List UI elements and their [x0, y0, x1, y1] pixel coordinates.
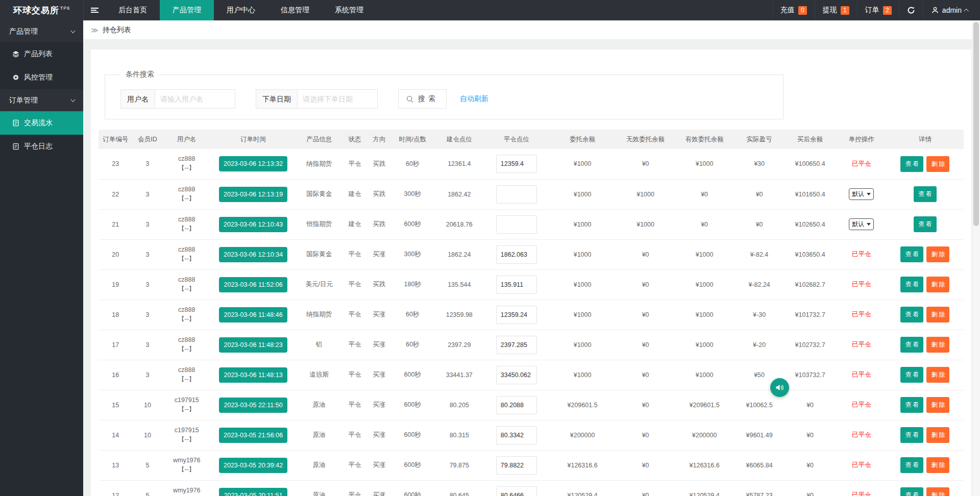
sidebar-toggle-icon[interactable] [83, 0, 106, 20]
view-button[interactable]: 查看 [900, 246, 923, 262]
control-select[interactable]: 默认 [849, 218, 874, 230]
sidebar-item-trade-flow[interactable]: 交易流水 [0, 111, 83, 135]
view-button[interactable]: 查看 [900, 487, 923, 496]
order-time-button[interactable]: 2023-03-05 20:39:42 [219, 458, 287, 473]
close-point-input[interactable] [496, 306, 537, 324]
close-point-input[interactable] [496, 486, 537, 496]
control-select[interactable]: 默认 [849, 188, 874, 200]
order-time-button[interactable]: 2023-03-05 22:11:50 [219, 398, 287, 413]
order-time-button[interactable]: 2023-03-06 12:13:19 [219, 187, 287, 202]
order-time-button[interactable]: 2023-03-05 21:56:06 [219, 428, 287, 443]
order-time-button[interactable]: 2023-03-06 11:48:13 [219, 367, 287, 383]
order-time-button[interactable]: 2023-03-06 11:48:23 [219, 337, 287, 353]
order-id: 12 [99, 480, 132, 496]
delete-button[interactable]: 删除 [926, 397, 949, 413]
column-header: 产品信息 [296, 130, 342, 149]
product-name: 国际黄金 [296, 239, 342, 269]
invalid-entrust-balance: ¥1000 [617, 179, 674, 209]
delete-button[interactable]: 删除 [926, 487, 949, 496]
actual-profit: ¥0 [735, 179, 784, 209]
view-button[interactable]: 查看 [900, 307, 923, 323]
entrust-balance: ¥1000 [548, 239, 617, 269]
view-button[interactable]: 查看 [914, 186, 937, 202]
view-button[interactable]: 查看 [914, 216, 937, 232]
scrollbar-thumb[interactable] [973, 22, 979, 226]
delete-button[interactable]: 删除 [926, 457, 949, 473]
sidebar-item-close-log[interactable]: 平仓日志 [0, 135, 83, 158]
close-point-input[interactable] [496, 155, 537, 173]
table-row: 18 3 cz888【--】 2023-03-06 11:48:46 纳指期货 … [99, 300, 964, 330]
close-point-input[interactable] [496, 276, 537, 294]
auto-refresh-link[interactable]: 自动刷新 [460, 94, 488, 104]
delete-button[interactable]: 删除 [926, 427, 949, 443]
invalid-entrust-balance: ¥1000 [617, 209, 674, 239]
view-button[interactable]: 查看 [900, 156, 923, 172]
refresh-icon[interactable] [899, 0, 923, 20]
close-point-input[interactable] [496, 215, 537, 234]
duration-label: 600秒 [391, 480, 433, 496]
view-button[interactable]: 查看 [900, 367, 923, 383]
open-point: 33441.37 [433, 360, 485, 390]
view-button[interactable]: 查看 [900, 397, 923, 413]
order-id: 16 [99, 360, 132, 390]
view-button[interactable]: 查看 [900, 427, 923, 443]
invalid-entrust-balance: ¥0 [617, 300, 674, 330]
nav-item-home[interactable]: 后台首页 [106, 0, 160, 20]
view-button[interactable]: 查看 [900, 277, 923, 292]
close-point-input[interactable] [496, 245, 537, 264]
close-point-input[interactable] [496, 456, 537, 475]
table-row: 21 3 cz888【--】 2023-03-06 12:10:43 恒指期货 … [99, 209, 964, 239]
quick-orders[interactable]: 订单 2 [857, 0, 899, 20]
nav-item-user-center[interactable]: 用户中心 [214, 0, 268, 20]
sidebar-group-1[interactable]: 订单管理 [0, 89, 83, 111]
order-time-button[interactable]: 2023-03-06 12:10:43 [219, 217, 287, 232]
order-time-button[interactable]: 2023-03-06 11:48:46 [219, 307, 287, 323]
entrust-balance: ¥1000 [548, 209, 617, 239]
member-id: 3 [132, 239, 162, 269]
product-name: 铝 [296, 330, 342, 360]
column-header: 实际盈亏 [735, 130, 784, 149]
search-button[interactable]: 搜索 [398, 89, 447, 109]
close-point-input[interactable] [496, 366, 537, 384]
order-time-button[interactable]: 2023-03-05 20:11:51 [219, 488, 287, 496]
order-time-button[interactable]: 2023-03-06 11:52:06 [219, 277, 287, 292]
product-name: 国际黄金 [296, 179, 342, 209]
valid-entrust-balance: ¥200000 [674, 420, 735, 450]
nav-item-product[interactable]: 产品管理 [160, 0, 214, 20]
delete-button[interactable]: 删除 [926, 337, 949, 353]
delete-button[interactable]: 删除 [926, 277, 949, 292]
valid-entrust-balance: ¥1000 [674, 300, 735, 330]
close-point-input[interactable] [496, 426, 537, 444]
floating-audio-button[interactable] [770, 378, 789, 397]
close-point-input[interactable] [496, 336, 537, 354]
sidebar-group-0[interactable]: 产品管理 [0, 20, 83, 42]
delete-button[interactable]: 删除 [926, 246, 949, 262]
username-input[interactable] [155, 89, 235, 109]
order-time-button[interactable]: 2023-03-06 12:13:32 [219, 156, 287, 171]
delete-button[interactable]: 删除 [926, 367, 949, 383]
user-menu[interactable]: admin [923, 0, 980, 20]
quick-recharge[interactable]: 充值 0 [772, 0, 815, 20]
closed-status-label: 已平仓 [852, 281, 871, 288]
sidebar-item-product-list[interactable]: 产品列表 [0, 42, 83, 66]
entrust-balance: ¥1000 [548, 179, 617, 209]
order-date-input[interactable] [297, 89, 378, 109]
view-button[interactable]: 查看 [900, 337, 923, 353]
delete-button[interactable]: 删除 [926, 156, 949, 172]
closed-status-label: 已平仓 [852, 401, 871, 408]
caret-down-icon [867, 223, 871, 226]
invalid-entrust-balance: ¥0 [617, 239, 674, 269]
closed-status-label: 已平仓 [852, 461, 871, 468]
order-time-button[interactable]: 2023-03-06 12:10:34 [219, 247, 287, 262]
detail-cell: 查看删除 [887, 269, 964, 300]
order-id: 14 [99, 420, 132, 450]
close-point-input[interactable] [496, 185, 537, 204]
nav-item-info[interactable]: 信息管理 [268, 0, 322, 20]
count-badge: 0 [798, 6, 807, 15]
close-point-input[interactable] [496, 396, 537, 414]
delete-button[interactable]: 删除 [926, 307, 949, 323]
quick-withdraw[interactable]: 提现 1 [815, 0, 857, 20]
sidebar-item-risk-control[interactable]: 风控管理 [0, 66, 83, 89]
view-button[interactable]: 查看 [900, 457, 923, 473]
nav-item-system[interactable]: 系统管理 [322, 0, 376, 20]
